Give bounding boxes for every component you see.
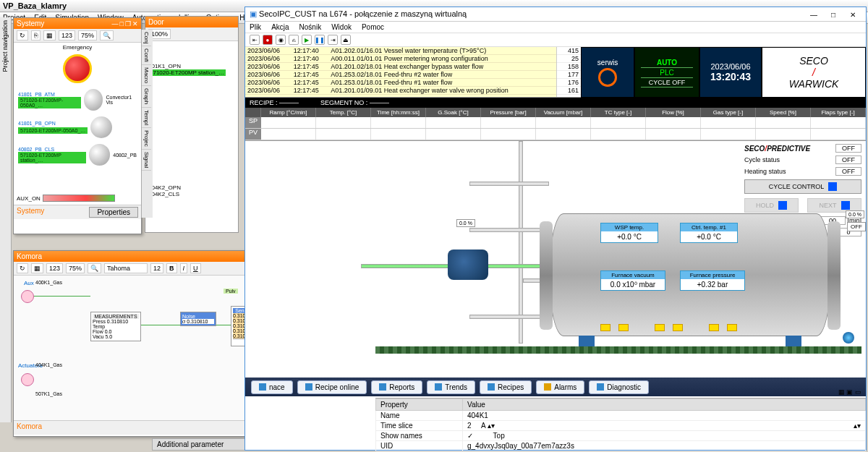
vtab[interactable]: Graph (142, 86, 151, 107)
rt-col: Gas type [-] (701, 108, 756, 117)
event-row[interactable]: 2023/06/0612:17:45A01.201.02/18.01 Heat … (245, 63, 556, 71)
stepper-icon[interactable]: ▴▾ (854, 422, 861, 430)
add-icon[interactable] (843, 332, 854, 344)
nav-trends[interactable]: Trends (427, 380, 475, 394)
nav-furnace[interactable]: nace (251, 380, 293, 394)
record-icon[interactable]: ● (263, 35, 273, 45)
komora-footer[interactable]: Komora (17, 422, 42, 433)
close-icon[interactable]: ✕ (132, 20, 138, 27)
nav-reports[interactable]: Reports (371, 380, 422, 394)
recipe-bar: RECIPE : ——— SEGMENT NO : ——— (245, 98, 866, 108)
eject-icon[interactable]: ⏏ (341, 35, 351, 45)
emergency-stop-button[interactable] (63, 54, 92, 83)
rt-col: Flow [%] (646, 108, 701, 117)
wire (34, 296, 90, 297)
rt-col: G.Soak [°C] (426, 108, 481, 117)
status-blocks: serwis AUTO PLC CYCLE OFF 2023/06/06 13:… (581, 47, 866, 98)
square-icon (841, 201, 850, 210)
tb-123[interactable]: 123 (59, 30, 75, 40)
systemy-header[interactable]: Systemy —□❐✕ (14, 18, 141, 29)
max-icon[interactable]: □ (120, 20, 124, 27)
seco-titlebar[interactable]: ▣ SecoIPC_CUST na L674 - połączenie z ma… (245, 7, 866, 22)
menu-plik[interactable]: Plik (250, 23, 261, 31)
bold-icon[interactable]: B (166, 263, 177, 273)
actuator-node[interactable] (21, 373, 34, 386)
event-row[interactable]: 2023/06/0612:17:45A01.201.01/09.01 Heat … (245, 87, 556, 95)
font-select[interactable]: Tahoma (104, 263, 148, 273)
nav-recipes[interactable]: Recipes (480, 380, 532, 394)
maximize-icon[interactable]: □ (825, 11, 842, 19)
tb-123[interactable]: 123 (46, 263, 63, 273)
vtab[interactable]: Conj (142, 30, 151, 46)
noise-val: σ 0.310810 (182, 319, 214, 324)
vtab[interactable]: Macro (142, 65, 151, 86)
prop-row[interactable]: Show names✓ Top (376, 431, 866, 441)
komora-zoom[interactable]: 75% (66, 263, 85, 273)
close-icon[interactable]: ✕ (844, 11, 861, 19)
tb-btn[interactable]: ⎘ (31, 30, 41, 40)
prop-row[interactable]: Name404K1 (376, 411, 866, 421)
prop-row[interactable]: Time slice2 ▴▾ A ▴▾ (376, 421, 866, 431)
tb-btn[interactable]: ↻ (17, 263, 28, 273)
zoom-in-icon[interactable]: 🔍 (100, 30, 114, 40)
systemy-footer[interactable]: Systemy (17, 207, 44, 218)
aux-label: Aux (24, 280, 34, 286)
event-row[interactable]: 2023/06/0612:17:45A01.253.01/18.01 Feed-… (245, 79, 556, 87)
door-port-3: 404K2_CLS (148, 191, 235, 197)
systemy-properties-button[interactable]: Properties (89, 207, 138, 218)
nav-diagnostic[interactable]: Diagnostic (589, 380, 649, 394)
vtab[interactable]: Projec (142, 128, 151, 150)
komora-title: Komora (17, 252, 42, 260)
menu-akcja[interactable]: Akcja (271, 23, 289, 31)
snapshot-icon[interactable]: ⎌ (289, 35, 299, 45)
prev-icon[interactable]: ⇤ (250, 35, 260, 45)
play-icon[interactable]: ▶ (302, 35, 312, 45)
event-row[interactable]: 2023/06/0612:17:40A00.011.01/01.01 Power… (245, 55, 556, 63)
indicator-lamp (90, 116, 112, 138)
next-icon[interactable]: ⇥ (328, 35, 338, 45)
zoom-icon[interactable]: 🔍 (88, 263, 101, 273)
tb-btn[interactable]: ↻ (17, 30, 28, 40)
percent-indicator-2: 0.0 % (846, 210, 864, 218)
nav-alarms[interactable]: Alarms (536, 380, 584, 394)
minimize-icon[interactable]: — (805, 11, 822, 19)
property-grid[interactable]: ▦ ▣ ▭ PropertyValue Name404K1 Time slice… (375, 398, 866, 450)
noise-block[interactable]: Noise σ 0.310810 (180, 312, 216, 326)
event-row[interactable]: 2023/06/0612:17:40A01.202.01/16.01 Vesse… (245, 47, 556, 55)
event-row[interactable]: 2023/06/0612:17:45A01.253.02/18.01 Feed-… (245, 71, 556, 79)
menu-pomoc[interactable]: Pomoc (362, 23, 384, 31)
menu-widok[interactable]: Widok (331, 23, 352, 31)
pause-icon[interactable]: ❚❚ (315, 35, 325, 45)
vtab[interactable]: Templ (142, 108, 151, 128)
italic-icon[interactable]: I (180, 263, 188, 273)
trends-icon (435, 383, 442, 391)
hold-button[interactable]: HOLD (744, 198, 799, 213)
cycle-control-button[interactable]: CYCLE CONTROL (744, 179, 861, 194)
tb-grid[interactable]: ▦ (31, 263, 43, 273)
stop-icon[interactable]: ◉ (276, 35, 286, 45)
menu-nosnik[interactable]: Nośnik (299, 23, 322, 31)
measurements-block[interactable]: MEASUREMENTS Press 0.310810 Temp Flow 0.… (90, 312, 141, 341)
nav-recipe-online[interactable]: Recipe online (297, 380, 367, 394)
meas-row: Flow 0.0 (93, 329, 139, 334)
row-right: Convector1 Vis (106, 95, 137, 105)
checkbox-icon[interactable]: ✓ (467, 432, 473, 440)
min-icon[interactable]: — (112, 20, 119, 27)
tb-grid[interactable]: ▦ (43, 30, 56, 40)
cycle-status-value: OFF (835, 155, 861, 164)
prop-row[interactable]: UIDg_4dvxyJsq0ay_00a77em7azz3s (376, 441, 866, 451)
propgrid-toolbar[interactable]: ▦ ▣ ▭ (838, 388, 861, 396)
aux-node[interactable] (21, 290, 34, 303)
event-log[interactable]: 2023/06/0612:17:40A01.202.01/16.01 Vesse… (245, 47, 556, 97)
restore-icon[interactable]: ❐ (125, 20, 131, 27)
row-label: 40802_PB_CLS (18, 147, 86, 152)
project-navigation-strip[interactable]: Project navigation (0, 17, 12, 422)
font-size[interactable]: 12 (150, 263, 163, 273)
underline-icon[interactable]: U (190, 263, 201, 273)
off-indicator: OFF (847, 222, 866, 231)
bell-icon (544, 383, 551, 391)
vtab[interactable]: Signal (142, 150, 151, 171)
stepper-icon[interactable]: ▴▾ (488, 422, 495, 430)
systemy-zoom[interactable]: 75% (78, 30, 97, 40)
vtab[interactable]: Confi (142, 46, 151, 65)
